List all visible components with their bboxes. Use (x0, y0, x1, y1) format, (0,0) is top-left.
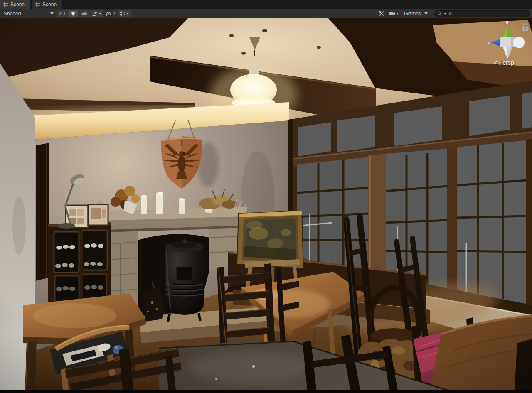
axis-front-cone[interactable] (514, 37, 525, 48)
axis-y-cone-shade (507, 26, 512, 38)
2d-toggle-button[interactable]: 2D (57, 10, 67, 17)
axis-z-label: z (488, 40, 490, 46)
unity-editor-window: Scene Scene Shaded 2D (0, 0, 532, 393)
vignette (0, 18, 532, 393)
gizmos-dropdown[interactable]: Gizmos (401, 10, 431, 17)
lightbulb-icon (70, 11, 76, 17)
tab-label: Scene (10, 2, 25, 7)
grid-icon (119, 11, 126, 17)
grid-visibility-toggle[interactable] (118, 10, 131, 17)
lighting-toggle-button[interactable] (68, 10, 78, 17)
wrench-screwdriver-icon (378, 10, 384, 17)
speaker-icon (81, 11, 87, 17)
projection-label: Persp (499, 59, 514, 66)
chevron-down-icon (424, 12, 428, 15)
scene-render (0, 18, 532, 393)
scene-visibility-toggle[interactable]: 0 (104, 10, 117, 17)
search-icon (437, 11, 443, 16)
axis-y-label: y (506, 20, 509, 25)
shading-mode-label: Shaded (4, 11, 21, 17)
2d-label: 2D (59, 11, 65, 17)
scene-tab-icon (35, 2, 40, 7)
tab-label: Scene (42, 2, 57, 7)
scene-search-field[interactable] (434, 10, 530, 17)
audio-toggle-button[interactable] (79, 10, 89, 17)
gizmos-label: Gizmos (404, 11, 421, 17)
projection-toggle[interactable]: < Persp (494, 59, 514, 66)
chevron-down-icon[interactable] (99, 13, 101, 15)
axis-y-negative-shade (507, 47, 512, 59)
effects-toggle-button[interactable] (90, 10, 103, 17)
component-tools-button[interactable] (376, 10, 387, 17)
chevron-down-icon (50, 12, 54, 15)
scene-viewport[interactable]: y z < Persp (0, 18, 532, 393)
scene-tab-icon (3, 2, 8, 7)
search-filter-chevron-icon[interactable] (444, 13, 446, 15)
lock-icon[interactable] (522, 24, 528, 31)
chevron-down-icon[interactable] (396, 13, 399, 15)
shading-mode-dropdown[interactable]: Shaded (1, 10, 56, 17)
eye-slash-icon (106, 11, 112, 17)
chevron-down-icon[interactable] (126, 13, 129, 15)
projection-arrow-icon: < (493, 59, 498, 66)
effects-star-icon (92, 11, 98, 17)
scene-toolbar: Shaded 2D (0, 9, 532, 18)
bottom-letterbox (0, 390, 532, 393)
tab-bar: Scene Scene (0, 0, 532, 9)
tab-scene-1[interactable]: Scene (0, 0, 30, 9)
search-input[interactable] (448, 11, 527, 17)
hidden-count: 0 (113, 11, 115, 16)
camera-overlay-button[interactable] (387, 10, 400, 17)
orientation-gizmo[interactable]: y z (485, 19, 532, 65)
tab-scene-2[interactable]: Scene (32, 0, 62, 9)
camera-icon (389, 11, 395, 16)
